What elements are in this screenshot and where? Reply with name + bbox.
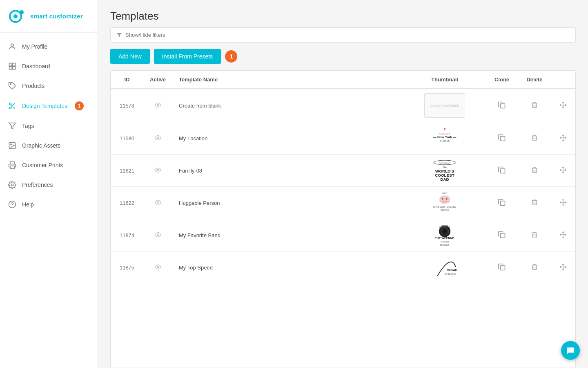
move-icon[interactable]	[559, 199, 567, 206]
move-icon[interactable]	[559, 166, 567, 174]
delete-icon[interactable]	[531, 231, 538, 238]
cell-delete[interactable]	[518, 155, 551, 187]
delete-icon[interactable]	[531, 263, 538, 271]
eye-icon[interactable]	[154, 264, 163, 270]
move-icon[interactable]	[559, 231, 567, 238]
cell-clone[interactable]	[486, 251, 518, 284]
clone-icon[interactable]	[498, 263, 506, 271]
main-content: Templates Show/Hide filters Add New Inst…	[98, 0, 588, 368]
sidebar-item-customer-prints[interactable]: Customer Prints	[0, 155, 98, 175]
cell-move[interactable]	[551, 122, 575, 155]
cell-move[interactable]	[551, 219, 575, 251]
svg-point-8	[10, 84, 11, 85]
filter-icon	[8, 122, 16, 130]
cell-delete[interactable]	[518, 89, 551, 122]
delete-icon[interactable]	[531, 199, 538, 206]
cell-thumbnail: OFFICIALLY The WORLD'S COOLEST DAD	[404, 155, 486, 187]
sidebar-item-tags[interactable]: Tags	[0, 116, 98, 136]
move-icon[interactable]	[559, 263, 567, 271]
cell-active[interactable]	[143, 187, 172, 219]
cell-move[interactable]	[551, 89, 575, 122]
svg-line-12	[13, 107, 15, 109]
col-header-active: Active	[143, 71, 172, 89]
table-body: 11578Create from blankcreate from blank1…	[111, 89, 575, 283]
col-header-delete: Delete	[518, 71, 551, 89]
cell-delete[interactable]	[518, 251, 551, 284]
cell-clone[interactable]	[486, 122, 518, 155]
graphic-icon	[8, 141, 16, 150]
eye-icon[interactable]	[154, 135, 163, 141]
svg-rect-6	[9, 67, 12, 70]
svg-point-3	[11, 44, 14, 47]
sidebar-item-my-profile[interactable]: My Profile	[0, 37, 98, 56]
svg-text:BE QUIET: BE QUIET	[440, 244, 449, 246]
sidebar-item-design-templates[interactable]: Design Templates 1	[0, 96, 98, 116]
svg-point-41	[442, 198, 443, 200]
sidebar-item-dashboard[interactable]: Dashboard	[0, 56, 98, 76]
eye-icon[interactable]	[154, 102, 163, 108]
clone-icon[interactable]	[498, 134, 506, 142]
svg-rect-4	[9, 63, 12, 66]
sidebar-label-help: Help	[22, 201, 34, 208]
filter-label: Show/Hide filters	[125, 32, 165, 38]
logo-text: smart customizer	[30, 13, 83, 20]
svg-point-49	[443, 230, 446, 233]
install-from-presets-button[interactable]: Install From Presets	[154, 49, 221, 64]
svg-point-46	[157, 234, 159, 236]
cell-id: 11580	[111, 122, 143, 155]
logo-area: smart customizer	[0, 0, 98, 33]
eye-icon[interactable]	[154, 199, 163, 206]
eye-icon[interactable]	[154, 231, 163, 238]
cell-clone[interactable]	[486, 155, 518, 187]
clone-icon[interactable]	[498, 198, 506, 206]
action-buttons: Add New Install From Presets 1	[110, 49, 576, 64]
cell-template-name: My Favorite Band	[172, 219, 404, 251]
add-new-button[interactable]: Add New	[110, 49, 150, 64]
svg-rect-17	[10, 166, 14, 169]
cell-clone[interactable]	[486, 187, 518, 219]
delete-icon[interactable]	[531, 101, 538, 109]
col-header-thumbnail: Thumbnail	[404, 71, 486, 89]
svg-point-24	[157, 137, 159, 139]
sidebar-item-preferences[interactable]: Preferences	[0, 175, 98, 195]
cell-clone[interactable]	[486, 89, 518, 122]
cell-clone[interactable]	[486, 219, 518, 251]
svg-text:EMILY: EMILY	[442, 192, 448, 195]
sidebar-label-my-profile: My Profile	[22, 43, 47, 50]
cell-active[interactable]	[143, 219, 172, 251]
eye-icon[interactable]	[154, 167, 163, 173]
cell-active[interactable]	[143, 155, 172, 187]
thumb-family: OFFICIALLY The WORLD'S COOLEST DAD	[426, 159, 463, 181]
cell-move[interactable]	[551, 155, 575, 187]
cell-active[interactable]	[143, 122, 172, 155]
move-icon[interactable]	[559, 134, 567, 141]
cell-move[interactable]	[551, 251, 575, 284]
cell-delete[interactable]	[518, 122, 551, 155]
cell-move[interactable]	[551, 187, 575, 219]
cell-active[interactable]	[143, 89, 172, 122]
svg-text:THE WEEKND: THE WEEKND	[435, 237, 454, 240]
sidebar-item-products[interactable]: Products	[0, 76, 98, 96]
filter-bar[interactable]: Show/Hide filters	[110, 27, 576, 43]
cell-template-name: Family-08	[172, 155, 404, 187]
clone-icon[interactable]	[498, 231, 506, 239]
clone-icon[interactable]	[498, 101, 506, 109]
cell-delete[interactable]	[518, 219, 551, 251]
delete-icon[interactable]	[531, 134, 538, 141]
delete-icon[interactable]	[531, 166, 538, 174]
cell-delete[interactable]	[518, 187, 551, 219]
help-icon	[8, 200, 16, 209]
move-icon[interactable]	[559, 101, 567, 109]
gear-icon	[8, 181, 16, 189]
svg-point-30	[157, 169, 159, 171]
filter-icon	[116, 32, 122, 38]
thumb-placeholder: create from blank	[424, 93, 465, 118]
prints-icon	[8, 161, 16, 169]
sidebar-item-graphic-assets[interactable]: Graphic Assets	[0, 136, 98, 155]
table-row: 11875My Top Speed 95 KM/H 04.06.2019	[111, 251, 575, 284]
clone-icon[interactable]	[498, 166, 506, 174]
cell-active[interactable]	[143, 251, 172, 284]
sidebar-item-help[interactable]: Help	[0, 195, 98, 214]
svg-text:41°24'12.2"N: 41°24'12.2"N	[439, 133, 450, 135]
chat-bubble[interactable]	[561, 341, 580, 360]
